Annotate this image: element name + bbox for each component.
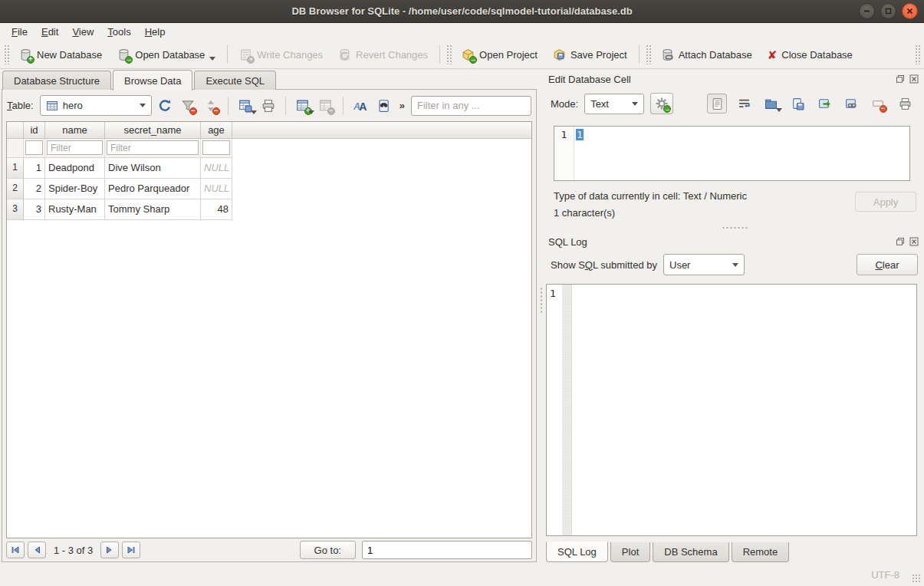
filter-age-input[interactable] (202, 140, 230, 155)
text-mode-button[interactable] (707, 94, 727, 114)
grid-cell[interactable]: 3 (24, 199, 45, 220)
word-wrap-button[interactable] (734, 94, 754, 114)
close-button[interactable] (902, 3, 918, 19)
minimize-button[interactable] (859, 3, 875, 19)
edit-display-format-button[interactable]: AA (350, 96, 370, 116)
grid-cell[interactable]: Rusty-Man (45, 199, 105, 220)
float-dock-button[interactable] (895, 236, 906, 247)
next-record-button[interactable] (100, 542, 119, 558)
last-record-button[interactable] (122, 542, 140, 558)
goto-button[interactable]: Go to: (300, 541, 356, 559)
close-dock-button[interactable] (909, 236, 919, 247)
grid-cell[interactable]: Deadpond (45, 158, 105, 179)
column-header-secret-name[interactable]: secret_name (105, 122, 201, 139)
grid-cell[interactable]: Tommy Sharp (105, 199, 201, 220)
dock-splitter[interactable] (544, 224, 924, 232)
tab-execute-sql[interactable]: Execute SQL (194, 71, 276, 90)
grid-cell[interactable]: NULL (201, 158, 232, 179)
tab-sql-log[interactable]: SQL Log (546, 542, 608, 562)
close-dock-button[interactable] (909, 74, 919, 84)
set-null-icon: − (872, 97, 885, 110)
grid-cell[interactable]: 1 (24, 158, 45, 179)
refresh-button[interactable] (155, 96, 175, 116)
clear-log-button[interactable]: Clear (857, 254, 918, 275)
grid-cell[interactable]: Pedro Parqueador (105, 179, 201, 199)
grid-cell[interactable]: Dive Wilson (105, 158, 201, 179)
open-project-button[interactable]: → Open Project (454, 44, 545, 65)
find-in-cells-button[interactable] (373, 96, 393, 116)
import-cell-button[interactable] (761, 94, 781, 114)
new-database-button[interactable]: + New Database (12, 44, 110, 65)
filter-id-input[interactable] (25, 140, 43, 155)
cell-editor[interactable]: 1 1 (554, 126, 910, 181)
table-select[interactable]: hero (40, 95, 152, 116)
titlebar[interactable]: DB Browser for SQLite - /home/user/code/… (0, 0, 924, 23)
cell-editor-content: 1 (576, 129, 584, 140)
maximize-button[interactable] (880, 3, 896, 19)
menu-view[interactable]: View (65, 25, 100, 39)
open-database-button[interactable]: → Open Database (110, 44, 223, 65)
window-controls (859, 3, 918, 19)
filter-name-input[interactable] (47, 140, 103, 155)
insert-record-button[interactable]: + (293, 96, 313, 116)
open-external-button[interactable] (814, 94, 834, 114)
clear-sorting-button[interactable]: − (201, 96, 221, 116)
goto-input[interactable] (362, 541, 532, 559)
auto-apply-button[interactable]: → (650, 93, 673, 114)
column-header-name[interactable]: name (45, 122, 105, 139)
row-number[interactable]: 2 (7, 179, 24, 199)
toolbar-overflow-button[interactable]: » (396, 100, 408, 111)
grid-cell[interactable]: 48 (201, 199, 232, 220)
tab-browse-data[interactable]: Browse Data (113, 70, 192, 91)
sql-log-dock-title: SQL Log (544, 233, 924, 250)
toolbar-grip[interactable] (446, 44, 452, 64)
row-number[interactable]: 1 (7, 158, 24, 179)
grid-cell[interactable]: NULL (201, 179, 232, 199)
grid-corner[interactable] (7, 122, 24, 139)
tab-db-schema[interactable]: DB Schema (653, 542, 728, 562)
tab-plot[interactable]: Plot (610, 542, 650, 562)
set-null-button[interactable]: − (868, 94, 888, 114)
tab-database-structure[interactable]: Database Structure (2, 71, 111, 90)
write-changes-button: ▪ Write Changes (232, 44, 330, 65)
copy-link-button[interactable] (841, 94, 861, 114)
save-table-button[interactable] (235, 96, 255, 116)
browse-toolbar: Table: hero (2, 90, 536, 121)
first-record-button[interactable] (6, 542, 25, 558)
font-format-icon: AA (353, 99, 367, 113)
window-title: DB Browser for SQLite - /home/user/code/… (291, 5, 632, 17)
tab-remote[interactable]: Remote (732, 542, 790, 562)
delete-record-icon: − (319, 99, 333, 113)
close-database-button[interactable]: ✘ Close Database (760, 45, 860, 64)
print-button[interactable] (258, 96, 278, 116)
panel-splitter[interactable] (538, 69, 544, 564)
sql-source-select[interactable]: User (663, 254, 745, 275)
toolbar-grip[interactable] (915, 44, 920, 64)
attach-database-button[interactable]: Attach Database (653, 44, 760, 65)
menu-edit[interactable]: Edit (35, 25, 65, 39)
mode-select[interactable]: Text (584, 94, 644, 114)
menu-help[interactable]: Help (138, 25, 173, 39)
toolbar-grip[interactable] (4, 44, 9, 64)
sql-log-editor[interactable]: 1 (546, 284, 917, 536)
float-dock-button[interactable] (895, 74, 906, 84)
chevron-down-icon (140, 104, 146, 107)
menu-tools[interactable]: Tools (100, 25, 137, 39)
grid-cell[interactable]: Spider-Boy (45, 179, 105, 199)
filter-secret-name-input[interactable] (107, 140, 199, 155)
save-project-button[interactable]: Save Project (545, 44, 635, 65)
resize-grip[interactable] (912, 574, 922, 584)
column-header-age[interactable]: age (201, 122, 232, 139)
filter-any-input[interactable] (411, 96, 531, 116)
print-cell-button[interactable] (895, 94, 915, 114)
row-number[interactable]: 3 (7, 199, 24, 220)
clear-sort-icon: − (204, 99, 218, 113)
column-header-id[interactable]: id (24, 122, 45, 139)
clear-filters-button[interactable]: − (178, 96, 198, 116)
previous-record-button[interactable] (28, 542, 46, 558)
grid-cell[interactable]: 2 (24, 179, 45, 199)
export-cell-button[interactable] (788, 94, 807, 114)
database-open-icon: → (117, 48, 130, 61)
toolbar-grip[interactable] (646, 44, 651, 64)
menu-file[interactable]: File (5, 25, 35, 39)
